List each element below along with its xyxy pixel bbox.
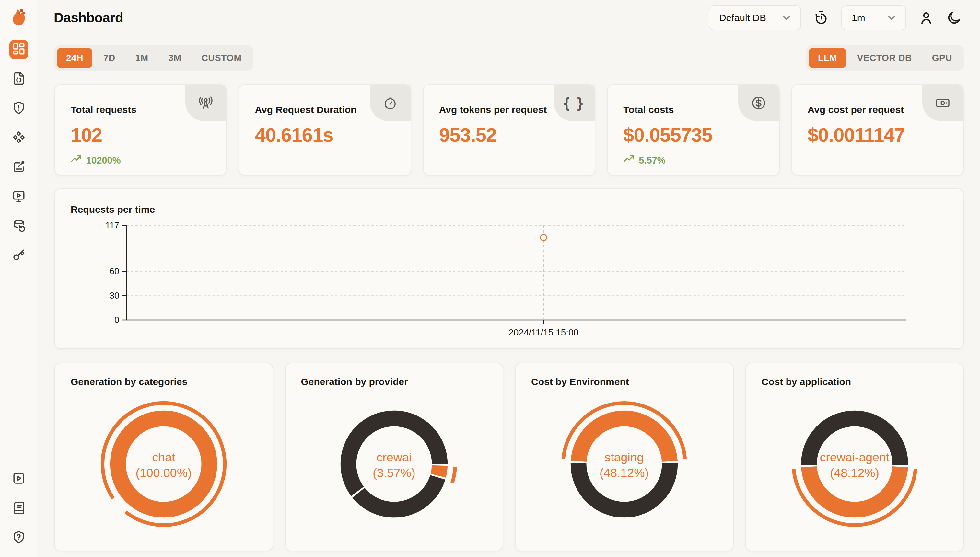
sidebar-item-support[interactable] — [10, 529, 28, 547]
tab-gpu[interactable]: GPU — [923, 48, 961, 68]
shield-question-icon — [12, 531, 26, 546]
header-controls: Default DB 1m — [709, 5, 962, 31]
requests-per-time-card: Requests per time 117603002024/11/15 15:… — [54, 189, 964, 349]
refresh-rate-selector[interactable]: 1m — [841, 5, 906, 31]
filters-row: 24H 7D 1M 3M CUSTOM LLM VECTOR DB GPU — [54, 46, 964, 71]
stat-card-total-requests: Total requests 102 10200% — [54, 84, 227, 176]
stopwatch-icon — [370, 85, 411, 121]
donut-title: Generation by provider — [301, 376, 487, 387]
donut-center-label: crewai-agent — [820, 450, 889, 464]
tab-custom[interactable]: CUSTOM — [192, 48, 250, 68]
trending-up-icon — [71, 154, 82, 167]
sidebar-item-dashboard[interactable] — [10, 40, 28, 59]
svg-text:60: 60 — [109, 267, 119, 276]
dashboard-grid-icon — [12, 42, 26, 57]
donut-title: Cost by Environment — [531, 376, 717, 387]
antenna-icon — [185, 85, 226, 121]
refresh-rate-value: 1m — [852, 12, 865, 23]
trending-up-icon — [623, 154, 634, 167]
donut-center-percent: (48.12%) — [830, 466, 879, 480]
chevron-down-icon — [886, 12, 897, 23]
donut-title: Generation by categories — [71, 376, 257, 387]
header: Dashboard Default DB 1m — [38, 0, 980, 36]
sidebar-item-prompts[interactable] — [10, 129, 28, 147]
sidebar-item-playground[interactable] — [10, 187, 28, 206]
tab-3m[interactable]: 3M — [160, 48, 191, 68]
sidebar-item-getting-started[interactable] — [10, 469, 28, 489]
sidebar-item-database[interactable] — [10, 217, 28, 236]
monitor-play-icon — [12, 189, 26, 204]
banknote-icon — [922, 85, 963, 121]
donut-title: Cost by application — [761, 376, 948, 387]
stat-value: 102 — [71, 124, 226, 146]
notebook-pen-icon — [12, 160, 26, 175]
tab-7d[interactable]: 7D — [94, 48, 124, 68]
sidebar-nav — [10, 40, 28, 265]
sidebar — [0, 0, 38, 557]
file-code-icon — [12, 72, 26, 86]
tab-1m[interactable]: 1M — [126, 48, 157, 68]
donut-wrap: crewai-agent (48.12%) — [761, 392, 948, 536]
braces-icon: { } — [554, 85, 595, 121]
stat-card-total-costs: Total costs $0.055735 5.57% — [607, 84, 779, 176]
cost-by-environment-card: Cost by Environment staging (48.12%) — [515, 363, 734, 551]
line-chart-area: 117603002024/11/15 15:00 — [71, 218, 947, 347]
stat-card-avg-cost: Avg cost per request $0.0011147 — [791, 84, 964, 176]
categories-donut-chart[interactable]: chat (100.00%) — [91, 392, 236, 536]
donut-center-percent: (48.12%) — [599, 466, 649, 480]
svg-text:117: 117 — [105, 220, 119, 230]
page-title: Dashboard — [54, 10, 123, 26]
shield-alert-icon — [12, 101, 26, 116]
stat-value: 953.52 — [439, 124, 595, 146]
donut-wrap: crewai (3.57%) — [301, 392, 487, 536]
sidebar-bottom-nav — [10, 469, 28, 547]
refresh-history-icon[interactable] — [813, 10, 829, 26]
tab-24h[interactable]: 24H — [57, 48, 92, 68]
key-icon — [12, 248, 26, 263]
database-restore-icon — [12, 219, 26, 234]
provider-donut-chart[interactable]: crewai (3.57%) — [322, 392, 466, 536]
source-tabs: LLM VECTOR DB GPU — [806, 46, 964, 71]
stat-value: $0.0011147 — [808, 124, 963, 146]
donut-wrap: chat (100.00%) — [71, 392, 257, 536]
donut-center-percent: (3.57%) — [373, 466, 415, 480]
donut-cards-row: Generation by categories chat (100.00%) … — [54, 363, 964, 551]
donut-wrap: staging (48.12%) — [531, 392, 717, 536]
chevron-down-icon — [781, 12, 792, 23]
stat-value: 40.6161s — [255, 124, 410, 146]
diamonds-icon — [12, 130, 26, 145]
donut-center-label: chat — [152, 450, 175, 464]
environment-donut-chart[interactable]: staging (48.12%) — [552, 392, 696, 536]
stat-cards-row: Total requests 102 10200% Avg Request Du… — [54, 84, 964, 176]
sidebar-item-exceptions[interactable] — [10, 99, 28, 118]
requests-line-chart[interactable]: 117603002024/11/15 15:00 — [71, 218, 911, 345]
donut-center-percent: (100.00%) — [136, 466, 192, 480]
tab-llm[interactable]: LLM — [809, 48, 846, 68]
sidebar-item-api-keys[interactable] — [10, 246, 28, 265]
time-range-tabs: 24H 7D 1M 3M CUSTOM — [54, 46, 253, 71]
user-icon[interactable] — [918, 10, 934, 26]
stat-value: $0.055735 — [623, 124, 779, 146]
trend-value: 10200% — [86, 155, 121, 166]
stat-card-avg-duration: Avg Request Duration 40.6161s — [238, 84, 411, 176]
book-icon — [12, 501, 26, 516]
generation-by-categories-card: Generation by categories chat (100.00%) — [54, 363, 273, 551]
stat-card-avg-tokens: { } Avg tokens per request 953.52 — [423, 84, 595, 176]
svg-text:30: 30 — [109, 291, 119, 301]
stat-trend: 10200% — [71, 154, 226, 167]
generation-by-provider-card: Generation by provider crewai (3.57%) — [285, 363, 504, 551]
sidebar-item-documentation[interactable] — [10, 499, 28, 518]
sidebar-item-evaluations[interactable] — [10, 158, 28, 177]
donut-center-label: staging — [605, 450, 644, 464]
app-logo-flame-icon[interactable] — [9, 7, 28, 26]
application-donut-chart[interactable]: crewai-agent (48.12%) — [782, 392, 927, 536]
svg-text:2024/11/15 15:00: 2024/11/15 15:00 — [508, 327, 578, 337]
donut-center-label: crewai — [377, 450, 412, 464]
dark-mode-moon-icon[interactable] — [946, 10, 962, 26]
square-play-icon — [12, 472, 26, 486]
database-selector[interactable]: Default DB — [709, 5, 801, 31]
trend-value: 5.57% — [639, 155, 665, 166]
tab-vector-db[interactable]: VECTOR DB — [848, 48, 921, 68]
stat-trend: 5.57% — [623, 154, 779, 167]
sidebar-item-requests[interactable] — [10, 70, 28, 88]
